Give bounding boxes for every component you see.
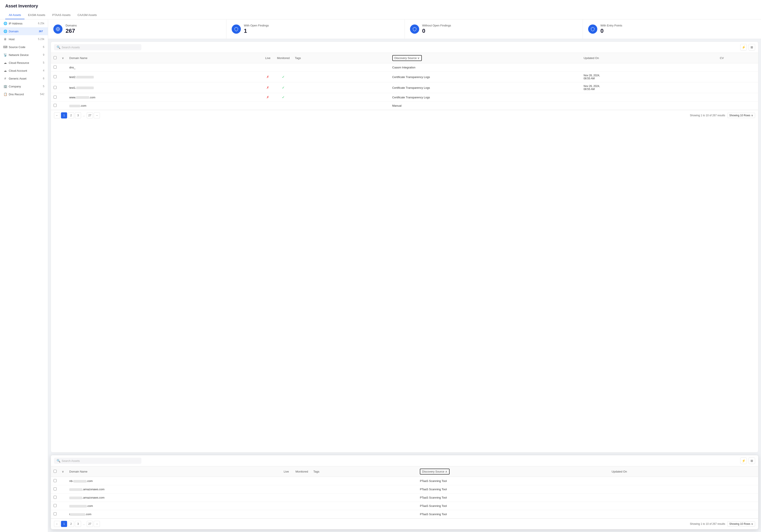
sidebar-label-source-code: Source Code [9,45,25,49]
secondary-th-discovery-source[interactable]: Discovery Source ∧ [417,466,609,477]
prev-page-button[interactable]: ← [54,112,60,118]
secondary-page-2-button[interactable]: 2 [68,521,74,527]
tab-ptaas-assets[interactable]: PTAAS Assets [49,11,74,19]
secondary-th-tags[interactable]: Tags [311,466,417,477]
with-open-findings-icon [232,25,241,34]
tab-easm-assets[interactable]: EASM Assets [25,11,49,19]
row-checkbox[interactable] [54,496,57,499]
th-discovery-source[interactable]: Discovery Source ∨ [390,53,581,63]
sidebar-count-network-device: 9 [43,53,44,56]
page-1-button[interactable]: 1 [61,112,67,118]
discovery-cell: Manual [390,102,581,110]
secondary-pagination-right: Showing 1 to 10 of 267 results Showing 1… [690,521,755,527]
secondary-filter-button[interactable]: ⚡ [740,457,747,464]
secondary-rows-per-page-select[interactable]: Showing 10 Rows ∨ [727,521,755,527]
secondary-th-updated-on[interactable]: Updated On [609,466,758,477]
sidebar-item-network-device[interactable]: 📡 Network Device 9 [0,51,48,59]
filter-button[interactable]: ⚡ [740,44,747,50]
sidebar-item-host[interactable]: 🖥 Host 5.23k [0,35,48,43]
live-cell [261,63,274,72]
secondary-prev-page-button[interactable]: ← [54,521,60,527]
tags-cell [292,83,389,93]
row-checkbox[interactable] [54,487,57,491]
select-all-checkbox[interactable] [54,56,57,59]
th-domain-name[interactable]: Domain Name [67,53,261,63]
toolbar-icons: ⚡ ⊞ [740,44,755,50]
table-toolbar: 🔍 ⚡ ⊞ [51,42,758,53]
secondary-search-input[interactable] [62,459,139,462]
page-3-button[interactable]: 3 [75,112,81,118]
showing-results-text: Showing 1 to 10 of 267 results [690,114,725,117]
secondary-th-live[interactable]: Live [280,466,293,477]
sidebar-item-domain[interactable]: 🌐 Domain 267 [0,27,48,35]
columns-button[interactable]: ⊞ [748,44,755,50]
search-box[interactable]: 🔍 [54,44,142,50]
secondary-page-1-button[interactable]: 1 [61,521,67,527]
main-content: 🌐 IP Address 6.25k 🌐 Domain 267 🖥 Host 5… [0,20,761,532]
secondary-columns-button[interactable]: ⊞ [748,457,755,464]
secondary-next-page-button[interactable]: → [94,521,100,527]
dns-record-icon: 📋 [4,92,7,96]
sidebar-item-source-code[interactable]: ⌨ Source Code 6 [0,43,48,51]
tab-caasm-assets[interactable]: CAASM Assets [74,11,100,19]
sidebar-count-source-code: 6 [43,45,44,48]
th-updated-on[interactable]: Updated On [581,53,717,63]
tags-cell [311,510,417,518]
tags-cell [292,72,389,83]
domain-name-cell: .com [67,102,261,110]
row-checkbox[interactable] [54,104,57,107]
secondary-page-27-button[interactable]: 27 [87,521,93,527]
cv-cell [717,102,758,110]
next-page-button[interactable]: → [94,112,100,118]
search-input[interactable] [62,46,139,49]
globe-icon: 🌐 [4,22,7,25]
th-monitored[interactable]: Monitored [274,53,292,63]
secondary-th-select-all[interactable] [51,466,59,477]
secondary-discovery-source-header: Discovery Source ∧ [420,469,449,475]
tags-cell [311,485,417,494]
row-checkbox[interactable] [54,504,57,507]
page-27-button[interactable]: 27 [87,112,93,118]
without-open-findings-icon [410,25,419,34]
sidebar-item-cloud-account[interactable]: ☁ Cloud Account 4 [0,67,48,75]
th-select-all[interactable] [51,53,59,63]
stat-entry-points-label: With Entry Points [600,24,622,27]
table-row: .amazonaws.com PTaaS Scanning Tool [51,494,758,502]
secondary-search-box[interactable]: 🔍 [54,458,142,464]
row-checkbox[interactable] [54,86,57,89]
th-tags[interactable]: Tags [292,53,389,63]
monitored-cell [293,494,311,502]
row-checkbox[interactable] [54,512,57,515]
secondary-th-monitored[interactable]: Monitored [293,466,311,477]
network-icon: 📡 [4,53,7,57]
updated-cell: Nov 26, 2024,08:55 AM [581,83,717,93]
th-live[interactable]: Live [261,53,274,63]
updated-cell [581,63,717,72]
domain-name-cell: i.com [67,510,280,518]
sidebar-item-ip-address[interactable]: 🌐 IP Address 6.25k [0,20,48,27]
secondary-pagination-left: ← 1 2 3 ... 27 → [54,521,100,527]
secondary-pagination-bar: ← 1 2 3 ... 27 → Showing 1 to 10 of 267 … [51,518,758,529]
th-cv[interactable]: CV [717,53,758,63]
page-2-button[interactable]: 2 [68,112,74,118]
tab-all-assets[interactable]: All Assets [5,11,25,19]
sidebar-item-generic-asset[interactable]: # Generic Asset 6 [0,75,48,83]
cloud-resource-icon: ☁ [4,61,7,65]
tags-cell [311,494,417,502]
secondary-th-domain-name[interactable]: Domain Name [67,466,280,477]
row-checkbox[interactable] [54,66,57,69]
table-row: test1. ✗ ✓ Certificate Transparency Logs… [51,83,758,93]
sidebar-item-dns-record[interactable]: 📋 Dns Record 542 [0,90,48,98]
secondary-page-3-button[interactable]: 3 [75,521,81,527]
sidebar-label-cloud-resource: Cloud Resource [9,61,29,65]
sidebar-item-cloud-resource[interactable]: ☁ Cloud Resource 5 [0,59,48,67]
row-checkbox[interactable] [54,95,57,98]
table-row: nb-.com PTaaS Scanning Tool [51,477,758,485]
sidebar-item-company[interactable]: 🏢 Company 5 [0,83,48,90]
row-checkbox[interactable] [54,479,57,482]
rows-label: Showing 10 Rows [729,114,750,117]
row-checkbox[interactable] [54,75,57,78]
page-header: Asset Inventory All Assets EASM Assets P… [0,0,761,20]
secondary-select-all-checkbox[interactable] [54,470,57,473]
rows-per-page-select[interactable]: Showing 10 Rows ∨ [727,113,755,118]
